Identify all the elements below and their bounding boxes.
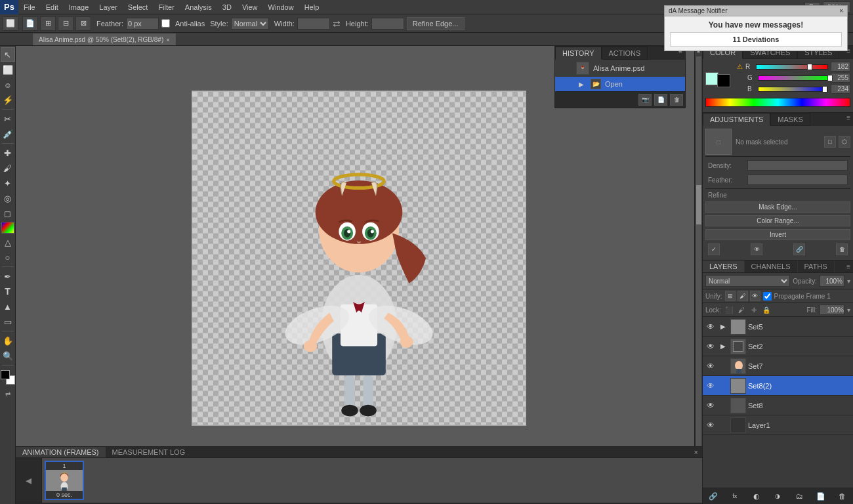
b-value[interactable] [831, 84, 850, 94]
style-select[interactable]: Normal [231, 18, 269, 30]
anti-alias-checkbox[interactable] [161, 19, 170, 28]
measurement-log-tab[interactable]: MEASUREMENT LOG [106, 447, 192, 457]
history-brush[interactable]: ◎ [1, 191, 15, 205]
lasso-tool[interactable]: ⌾ [1, 77, 15, 92]
new-layer-btn[interactable]: 📄 [814, 490, 827, 502]
layer-set8[interactable]: 👁 Set8 [703, 396, 853, 415]
layer-set8-2-eye[interactable]: 👁 [705, 381, 716, 391]
hand-tool[interactable]: ✋ [1, 333, 15, 348]
menu-filter[interactable]: Filter [153, 0, 179, 14]
toolbar-intersect-btn[interactable]: ⊞ [40, 16, 56, 31]
menu-edit[interactable]: Edit [41, 0, 64, 14]
canvas-image[interactable] [192, 91, 526, 426]
history-tab[interactable]: HISTORY [555, 47, 602, 60]
layer-set2-expand[interactable]: ▶ [718, 341, 728, 352]
menu-help[interactable]: Help [299, 0, 325, 14]
mask-eye-btn[interactable]: 👁 [751, 243, 762, 255]
paths-tab[interactable]: PATHS [798, 261, 835, 272]
feather-input[interactable] [126, 18, 159, 30]
add-pixel-mask-btn[interactable]: □ [824, 136, 836, 148]
new-fill-adj-btn[interactable]: ◑ [771, 490, 784, 502]
g-value[interactable] [831, 73, 850, 83]
lock-move-btn[interactable]: ✛ [749, 304, 759, 315]
mask-edge-btn[interactable]: Mask Edge... [705, 201, 850, 213]
height-input[interactable] [371, 18, 404, 30]
menu-file[interactable]: File [18, 0, 41, 14]
link-layers-btn[interactable]: 🔗 [707, 490, 720, 502]
width-input[interactable] [297, 18, 330, 30]
lock-transparent-btn[interactable]: ⬛ [724, 304, 734, 315]
fill-input[interactable] [820, 304, 844, 315]
layer-set7-eye[interactable]: 👁 [705, 361, 716, 371]
history-open-expand[interactable]: ▶ [576, 79, 587, 89]
propagate-checkbox[interactable] [763, 292, 772, 301]
menu-layer[interactable]: Layer [94, 0, 123, 14]
current-color-fg[interactable] [705, 72, 718, 85]
layer-set5[interactable]: 👁 ▶ Set5 [703, 317, 853, 337]
spectrum-bar[interactable] [705, 98, 850, 107]
delete-layer-btn[interactable]: 🗑 [836, 490, 849, 502]
lock-all-btn[interactable]: 🔒 [761, 304, 772, 315]
document-tab-close[interactable]: × [166, 37, 169, 43]
layer-mask-btn[interactable]: ◐ [750, 490, 763, 502]
marquee-tool[interactable]: ⬜ [1, 62, 15, 77]
adj-panel-menu[interactable]: ≡ [844, 113, 853, 126]
blend-mode-select[interactable]: Normal [705, 275, 790, 287]
layer-set2-eye[interactable]: 👁 [705, 341, 716, 352]
layer-set5-eye[interactable]: 👁 [705, 322, 716, 332]
add-vector-mask-btn[interactable]: ⬡ [839, 136, 850, 148]
history-create-snap-btn[interactable]: 📷 [638, 94, 652, 106]
move-tool[interactable]: ↖ [1, 47, 15, 62]
invert-btn[interactable]: Invert [705, 229, 850, 240]
eyedropper-tool[interactable]: 💉 [1, 127, 15, 141]
document-tab[interactable]: Alisa Anime.psd @ 50% (Set8(2), RGB/8#) … [33, 33, 176, 45]
lock-paint-btn[interactable]: 🖌 [736, 304, 747, 315]
layers-menu-btn[interactable]: ≡ [846, 263, 850, 270]
toolbar-new-btn[interactable]: 📄 [22, 16, 38, 31]
menu-analysis[interactable]: Analysis [180, 0, 217, 14]
g-slider[interactable] [758, 75, 828, 81]
menu-window[interactable]: Window [263, 0, 299, 14]
type-tool[interactable]: T [1, 284, 15, 299]
history-item-open[interactable]: ▶ 📂 Open [555, 77, 685, 91]
menu-image[interactable]: Image [64, 0, 94, 14]
unify-pos-btn[interactable]: ⊞ [725, 291, 736, 301]
v-scroll-track[interactable] [696, 56, 701, 486]
unify-vis-btn[interactable]: 👁 [750, 291, 760, 301]
wand-tool[interactable]: ⚡ [1, 93, 15, 107]
blur-tool[interactable]: △ [1, 235, 15, 249]
history-delete-btn[interactable]: 🗑 [670, 94, 683, 106]
mask-apply-btn[interactable]: ✓ [708, 243, 720, 255]
mask-link-btn[interactable]: 🔗 [793, 243, 805, 255]
shape-tool[interactable]: ▭ [1, 314, 15, 329]
notification-message[interactable]: 11 Deviations [670, 32, 842, 47]
anim-panel-close[interactable]: × [690, 447, 702, 457]
menu-3d[interactable]: 3D [217, 0, 237, 14]
actions-tab[interactable]: ACTIONS [602, 47, 648, 60]
animation-frames-tab[interactable]: ANIMATION (FRAMES) [16, 447, 106, 457]
unify-style-btn[interactable]: 🖌 [738, 291, 748, 301]
r-value[interactable] [831, 62, 850, 72]
opacity-dropdown[interactable]: ▾ [847, 278, 850, 285]
layer-set8-2[interactable]: 👁 Set8(2) [703, 376, 853, 396]
r-slider[interactable] [756, 64, 828, 70]
gradient-tool[interactable] [1, 222, 14, 234]
anim-frame-1[interactable]: 1 0 sec. [45, 461, 84, 500]
layer-set2[interactable]: 👁 ▶ Set2 [703, 337, 853, 356]
v-scrollbar[interactable]: ▲ ▼ [694, 46, 702, 496]
layers-tab[interactable]: LAYERS [703, 261, 745, 272]
menu-select[interactable]: Select [123, 0, 154, 14]
layer-set8-eye[interactable]: 👁 [705, 400, 716, 411]
marquee-tool-btn[interactable]: ⬜ [3, 16, 18, 31]
new-group-btn[interactable]: 🗂 [793, 490, 806, 502]
mask-thumbnail[interactable]: □ [705, 129, 732, 155]
width-height-swap[interactable]: ⇄ [333, 18, 341, 29]
notification-close-btn[interactable]: × [839, 7, 843, 14]
adj-feather-input[interactable] [747, 175, 848, 185]
fg-color-swatch[interactable] [1, 370, 10, 379]
path-select[interactable]: ▲ [1, 299, 15, 314]
history-new-doc-btn[interactable]: 📄 [654, 94, 667, 106]
b-slider[interactable] [758, 87, 828, 92]
fill-dropdown[interactable]: ▾ [847, 306, 850, 314]
zoom-tool[interactable]: 🔍 [1, 348, 15, 363]
